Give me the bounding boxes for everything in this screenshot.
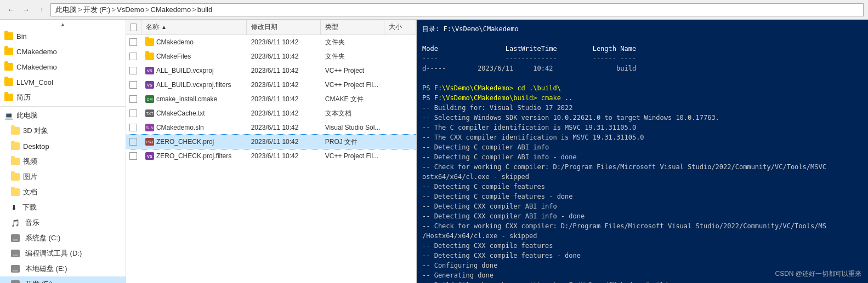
sidebar-item-label: 下载 <box>22 203 37 212</box>
file-date: 2023/6/11 10:42 <box>251 38 299 46</box>
file-name-cell: PRJ ZERO_CHECK.proj <box>141 135 247 149</box>
sidebar-item-videos[interactable]: 视频 <box>0 154 126 169</box>
terminal-line-12: -- Detecting CXX compiler ABI info <box>422 201 863 211</box>
file-type: VC++ Project <box>325 67 364 74</box>
file-type: CMAKE 文件 <box>325 95 364 104</box>
file-date-cell: 2023/6/11 10:42 <box>247 92 321 106</box>
sidebar-item-pictures[interactable]: 图片 <box>0 169 126 184</box>
col-type-label: 类型 <box>325 22 338 32</box>
back-button[interactable]: ← <box>4 3 18 16</box>
drive-icon <box>11 265 20 273</box>
forward-button[interactable]: → <box>20 3 33 16</box>
sidebar-item-downloads[interactable]: ⬇ 下载 <box>0 200 126 215</box>
col-header-date[interactable]: 修改日期 <box>247 20 321 34</box>
terminal-line-1: PS F:\VsDemo\CMakedemo\build> cmake .. <box>422 93 863 103</box>
col-header-type[interactable]: 类型 <box>321 20 384 34</box>
row-checkbox[interactable] <box>129 67 137 74</box>
file-name: cmake_install.cmake <box>156 95 217 103</box>
sidebar-item-drive-f[interactable]: 开发 (F:) <box>0 276 126 283</box>
folder-icon <box>11 173 20 181</box>
col-header-name[interactable]: 名称 ▲ <box>141 20 247 34</box>
sidebar-item-thispc[interactable]: 💻 此电脑 <box>0 108 126 123</box>
file-date-cell: 2023/6/11 10:42 <box>247 135 321 149</box>
sidebar-item-label: CMakedemo <box>16 63 57 71</box>
file-type-cell: CMAKE 文件 <box>321 92 384 106</box>
sidebar: ▲ Bin CMakedemo CMakedemo LLVM_Cool 简历 💻… <box>0 20 126 283</box>
row-checkbox[interactable] <box>129 95 137 103</box>
row-checkbox[interactable] <box>129 53 137 60</box>
row-checkbox-cell <box>126 38 141 46</box>
file-row[interactable]: CM cmake_install.cmake 2023/6/11 10:42 C… <box>126 92 416 106</box>
terminal-line-3: -- Selecting Windows SDK version 10.0.22… <box>422 113 863 123</box>
sidebar-item-llvm[interactable]: LLVM_Cool <box>0 74 126 90</box>
file-row[interactable]: SLN CMakedemo.sln 2023/6/11 10:42 Visual… <box>126 120 416 135</box>
row-checkbox-cell <box>126 109 141 117</box>
sidebar-item-label: 此电脑 <box>16 111 38 120</box>
folder-icon <box>4 78 13 86</box>
sidebar-item-label: 简历 <box>16 93 31 102</box>
download-icon: ⬇ <box>11 204 17 212</box>
file-row[interactable]: PRJ ZERO_CHECK.proj 2023/6/11 10:42 PROJ… <box>126 135 416 149</box>
sln-icon: SLN <box>145 124 154 131</box>
row-checkbox-cell <box>126 95 141 103</box>
row-checkbox[interactable] <box>129 124 137 131</box>
sidebar-item-documents[interactable]: 文档 <box>0 184 126 200</box>
main-content: ▲ Bin CMakedemo CMakedemo LLVM_Cool 简历 💻… <box>0 20 868 283</box>
file-row[interactable]: VS ZERO_CHECK.proj.filters 2023/6/11 10:… <box>126 149 416 163</box>
up-button[interactable]: ↑ <box>35 3 48 16</box>
sidebar-item-drive-d[interactable]: 编程调试工具 (D:) <box>0 246 126 261</box>
row-checkbox[interactable] <box>129 109 137 117</box>
file-size-cell <box>384 78 416 92</box>
row-checkbox[interactable] <box>129 81 137 89</box>
scroll-up-btn[interactable]: ▲ <box>0 20 126 28</box>
sidebar-item-resume[interactable]: 简历 <box>0 90 126 105</box>
file-row[interactable]: VS ALL_BUILD.vcxproj 2023/6/11 10:42 VC+… <box>126 63 416 78</box>
row-checkbox[interactable] <box>129 38 137 46</box>
file-type: VC++ Project Fil... <box>325 81 378 89</box>
terminal-line-16: -- Detecting CXX compile features <box>422 241 863 251</box>
row-checkbox-cell <box>126 124 141 131</box>
col-header-check[interactable] <box>126 20 141 34</box>
file-row[interactable]: CMakedemo 2023/6/11 10:42 文件夹 <box>126 35 416 49</box>
sidebar-item-drive-c[interactable]: 系统盘 (C:) <box>0 230 126 246</box>
file-type-cell: 文件夹 <box>321 49 384 63</box>
sidebar-item-label: 文档 <box>23 187 37 197</box>
terminal-line-15: /Hostx64/x64/cl.exe - skipped <box>422 231 863 241</box>
col-header-size[interactable]: 大小 <box>384 20 416 34</box>
address-path[interactable]: 此电脑 > 开发 (F:) > VsDemo > CMakedemo > bui… <box>50 3 864 16</box>
file-name: CMakedemo.sln <box>156 124 204 131</box>
sidebar-item-3dobjects[interactable]: 3D 对象 <box>0 123 126 138</box>
path-segment: CMakedemo <box>150 5 191 14</box>
file-date: 2023/6/11 10:42 <box>251 67 299 74</box>
file-row[interactable]: CMakeFiles 2023/6/11 10:42 文件夹 <box>126 49 416 63</box>
sidebar-item-cmakedemo2[interactable]: CMakedemo <box>0 59 126 74</box>
file-date-cell: 2023/6/11 10:42 <box>247 49 321 63</box>
file-row[interactable]: TXT CMakeCache.txt 2023/6/11 10:42 文本文档 <box>126 106 416 120</box>
row-checkbox-cell <box>126 138 141 146</box>
row-checkbox[interactable] <box>129 152 137 160</box>
file-type-cell: VC++ Project Fil... <box>321 78 384 92</box>
sort-arrow: ▲ <box>161 24 167 30</box>
sidebar-item-label: Desktop <box>23 142 49 151</box>
sidebar-item-bin[interactable]: Bin <box>0 28 126 44</box>
file-size-cell <box>384 63 416 78</box>
folder-icon <box>11 142 20 150</box>
row-checkbox[interactable] <box>129 138 137 146</box>
watermark: CSDN @还好一切都可以重来 <box>775 269 861 279</box>
terminal-panel[interactable]: 目录: F:\VsDemo\CMakedemo Mode LastWriteTi… <box>417 20 868 283</box>
sidebar-item-drive-e[interactable]: 本地磁盘 (E:) <box>0 261 126 276</box>
sidebar-divider <box>0 106 126 107</box>
file-name-cell: VS ALL_BUILD.vcxproj.filters <box>141 78 247 92</box>
file-row[interactable]: VS ALL_BUILD.vcxproj.filters 2023/6/11 1… <box>126 78 416 92</box>
sidebar-item-music[interactable]: 🎵 音乐 <box>0 215 126 230</box>
file-name: CMakeFiles <box>156 53 191 60</box>
file-date-cell: 2023/6/11 10:42 <box>247 120 321 135</box>
file-name-cell: CMakedemo <box>141 35 247 49</box>
pc-icon: 💻 <box>4 112 13 120</box>
select-all-checkbox[interactable] <box>131 24 137 31</box>
sidebar-item-desktop[interactable]: Desktop <box>0 138 126 154</box>
terminal-line-6: -- Detecting C compiler ABI info <box>422 142 863 152</box>
col-date-label: 修改日期 <box>251 22 277 32</box>
file-date: 2023/6/11 10:42 <box>251 53 299 60</box>
sidebar-item-cmakedemo1[interactable]: CMakedemo <box>0 44 126 59</box>
